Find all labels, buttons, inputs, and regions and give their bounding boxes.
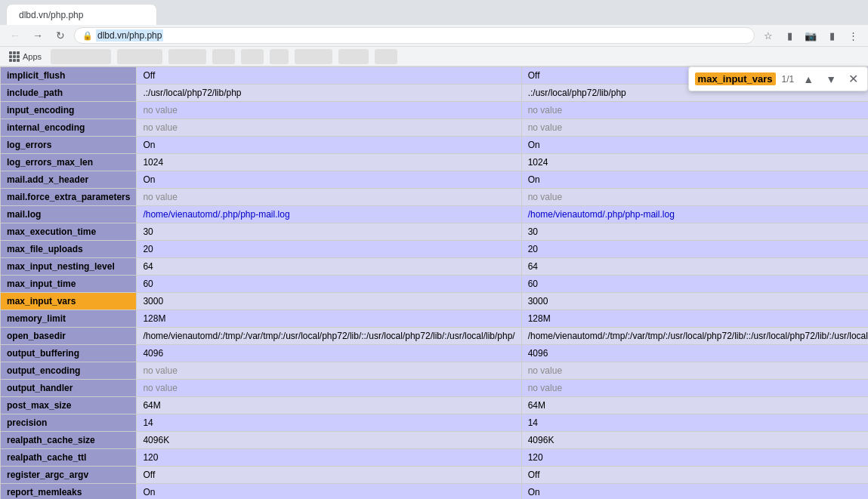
- directive-cell: precision: [1, 414, 137, 432]
- master-value-cell: 4096: [521, 345, 868, 362]
- url-text: dlbd.vn/php.php: [96, 29, 163, 42]
- master-value-cell: On: [521, 484, 868, 500]
- page-content: implicit_flushOffOffinclude_path.:/usr/l…: [0, 66, 868, 499]
- search-up-button[interactable]: ▲: [800, 72, 817, 87]
- menu-icon[interactable]: ⋮: [844, 26, 862, 45]
- directive-cell: output_encoding: [1, 362, 137, 380]
- master-value-cell: no value: [521, 119, 868, 137]
- directive-cell: report_memleaks: [1, 484, 137, 500]
- directive-cell: register_argc_argv: [1, 467, 137, 484]
- directive-cell: mail.add_x_header: [1, 171, 137, 189]
- local-value-cell: 4096K: [137, 432, 521, 449]
- reload-button[interactable]: ↻: [51, 26, 70, 45]
- local-value-cell: 120: [137, 449, 521, 467]
- master-value-cell: 3000: [521, 293, 868, 310]
- local-value-cell: 14: [137, 414, 521, 432]
- screenshot-icon[interactable]: 📷: [802, 26, 820, 45]
- screen-cast-icon[interactable]: ▮: [780, 26, 798, 45]
- local-value-cell: no value: [137, 362, 521, 380]
- directive-cell: output_handler: [1, 380, 137, 397]
- local-value-cell: On: [137, 171, 521, 189]
- search-term: max_input_vars: [695, 72, 776, 85]
- directive-cell: output_buffering: [1, 345, 137, 362]
- bookmark-item[interactable]: [295, 49, 332, 64]
- forward-button[interactable]: →: [29, 26, 47, 45]
- local-value-cell: no value: [137, 380, 521, 397]
- local-value-cell: .:/usr/local/php72/lib/php: [137, 85, 521, 102]
- bookmark-item[interactable]: [212, 49, 235, 64]
- master-value-cell: 14: [521, 414, 868, 432]
- master-value-cell: no value: [521, 102, 868, 119]
- bookmark-item[interactable]: [338, 49, 369, 64]
- browser-tab[interactable]: dlbd.vn/php.php: [6, 4, 157, 25]
- local-value-cell: Off: [137, 467, 521, 484]
- master-value-cell: 60: [521, 276, 868, 293]
- browser-chrome: dlbd.vn/php.php ← → ↻ 🔒 dlbd.vn/php.php …: [0, 0, 868, 47]
- apps-button[interactable]: Apps: [6, 50, 45, 63]
- bookmark-icon[interactable]: ☆: [759, 26, 777, 45]
- directive-cell: max_execution_time: [1, 223, 137, 241]
- directive-cell: log_errors: [1, 137, 137, 154]
- master-value-cell: 64: [521, 258, 868, 276]
- local-value-cell: 30: [137, 223, 521, 241]
- directive-cell: max_input_nesting_level: [1, 258, 137, 276]
- local-value-cell: 60: [137, 276, 521, 293]
- master-value-cell: no value: [521, 362, 868, 380]
- directive-cell: realpath_cache_size: [1, 432, 137, 449]
- directive-cell: max_input_time: [1, 276, 137, 293]
- bookmarks-bar: Apps: [0, 47, 868, 66]
- bookmark-item[interactable]: [117, 49, 162, 64]
- grid-icon: [9, 51, 20, 62]
- master-value-cell: 4096K: [521, 432, 868, 449]
- local-value-cell: 3000: [137, 293, 521, 310]
- directive-cell: max_file_uploads: [1, 241, 137, 258]
- extensions-icon[interactable]: ▮: [823, 26, 841, 45]
- directive-cell: mail.log: [1, 206, 137, 223]
- local-value-cell: 64M: [137, 397, 521, 414]
- apps-label: Apps: [23, 52, 42, 61]
- master-value-cell: no value: [521, 380, 868, 397]
- bookmark-item[interactable]: [168, 49, 206, 64]
- master-value-cell: 64M: [521, 397, 868, 414]
- directive-cell: post_max_size: [1, 397, 137, 414]
- bookmark-item[interactable]: [241, 49, 264, 64]
- directive-cell: internal_encoding: [1, 119, 137, 137]
- directive-cell: input_encoding: [1, 102, 137, 119]
- local-value-cell: On: [137, 484, 521, 500]
- master-value-cell: 128M: [521, 310, 868, 328]
- master-value-cell: On: [521, 171, 868, 189]
- master-value-cell: /home/vienautomd/.php/php-mail.log: [521, 206, 868, 223]
- directive-cell: realpath_cache_ttl: [1, 449, 137, 467]
- browser-toolbar: ← → ↻ 🔒 dlbd.vn/php.php ☆ ▮ 📷 ▮ ⋮: [0, 25, 868, 46]
- bookmark-item[interactable]: [375, 49, 397, 64]
- local-value-cell: /home/vienautomd/:/tmp/:/var/tmp/:/usr/l…: [137, 328, 521, 345]
- search-overlay: max_input_vars 1/1 ▲ ▼ ✕: [688, 66, 868, 91]
- toolbar-icons: ☆ ▮ 📷 ▮ ⋮: [759, 26, 862, 45]
- directive-cell: include_path: [1, 85, 137, 102]
- master-value-cell: 120: [521, 449, 868, 467]
- address-bar[interactable]: 🔒 dlbd.vn/php.php: [74, 27, 755, 44]
- local-value-cell: On: [137, 137, 521, 154]
- master-value-cell: /home/vienautomd/:/tmp/:/var/tmp/:/usr/l…: [521, 328, 868, 345]
- local-value-cell: 128M: [137, 310, 521, 328]
- back-button[interactable]: ←: [6, 26, 24, 45]
- local-value-cell: no value: [137, 102, 521, 119]
- secure-icon: 🔒: [82, 31, 93, 41]
- local-value-cell: /home/vienautomd/.php/php-mail.log: [137, 206, 521, 223]
- search-down-button[interactable]: ▼: [823, 72, 839, 87]
- local-value-cell: 64: [137, 258, 521, 276]
- directive-cell: log_errors_max_len: [1, 154, 137, 171]
- local-value-cell: no value: [137, 189, 521, 206]
- master-value-cell: 1024: [521, 154, 868, 171]
- bookmark-item[interactable]: [270, 49, 289, 64]
- directive-cell: memory_limit: [1, 310, 137, 328]
- directive-cell: implicit_flush: [1, 67, 137, 85]
- browser-tabs: dlbd.vn/php.php: [0, 0, 868, 25]
- search-close-button[interactable]: ✕: [845, 70, 861, 88]
- master-value-cell: 30: [521, 223, 868, 241]
- directive-cell: mail.force_extra_parameters: [1, 189, 137, 206]
- bookmark-item[interactable]: [51, 49, 111, 64]
- master-value-cell: 20: [521, 241, 868, 258]
- directive-cell: open_basedir: [1, 328, 137, 345]
- local-value-cell: 20: [137, 241, 521, 258]
